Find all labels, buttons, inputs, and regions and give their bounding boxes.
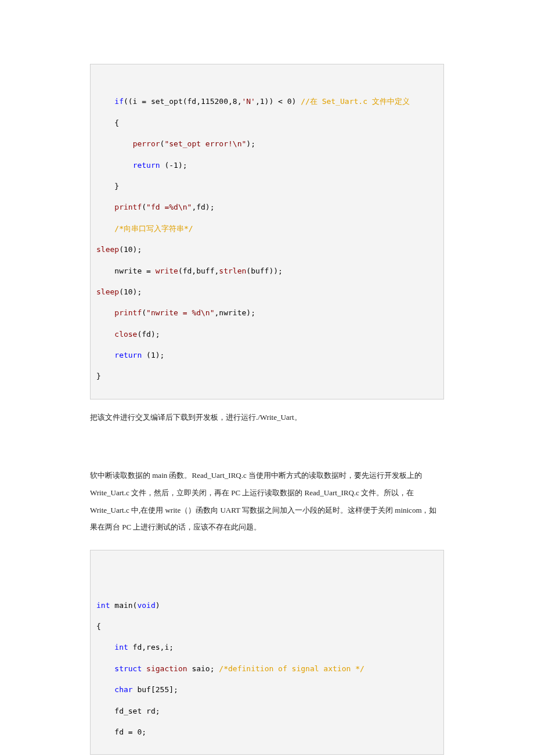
code-block-1: if((i = set_opt(fd,115200,8,'N',1)) < 0)… (90, 64, 444, 399)
code-line: { (96, 118, 119, 127)
code-line: nwrite = write(fd,buff,strlen(buff)); (96, 267, 283, 275)
code-line: } (96, 182, 119, 190)
code-line: sleep(10); (96, 245, 142, 254)
code-block-2: int main(void) { int fd,res,i; struct si… (90, 550, 444, 755)
code-line: sleep(10); (96, 287, 142, 296)
code-line: /*向串口写入字符串*/ (96, 224, 193, 233)
paragraph: 软中断读取数据的 main 函数。Read_Uart_IRQ.c 当使用中断方式… (90, 467, 444, 537)
code-line: fd_set rd; (96, 707, 160, 715)
code-line: close(fd); (96, 330, 160, 339)
code-line: perror("set_opt error!\n"); (96, 139, 255, 148)
code-line: if((i = set_opt(fd,115200,8,'N',1)) < 0)… (96, 97, 410, 106)
code-line: int fd,res,i; (96, 643, 174, 651)
code-line: char buf[255]; (96, 685, 178, 694)
code-line: int main(void) (96, 601, 160, 610)
page: if((i = set_opt(fd,115200,8,'N',1)) < 0)… (0, 0, 534, 756)
paragraph: 把该文件进行交叉编译后下载到开发板，进行运行./Write_Uart。 (90, 409, 444, 426)
code-line: { (96, 622, 101, 631)
code-line: struct sigaction saio; /*definition of s… (96, 664, 365, 673)
code-line: fd = 0; (96, 728, 146, 736)
code-line: printf("nwrite = %d\n",nwrite); (96, 308, 255, 317)
code-line: return (1); (96, 351, 164, 359)
content-area: if((i = set_opt(fd,115200,8,'N',1)) < 0)… (0, 0, 534, 756)
code-line: printf("fd =%d\n",fd); (96, 203, 215, 211)
code-line: } (96, 372, 101, 380)
code-line: return (-1); (96, 161, 187, 170)
